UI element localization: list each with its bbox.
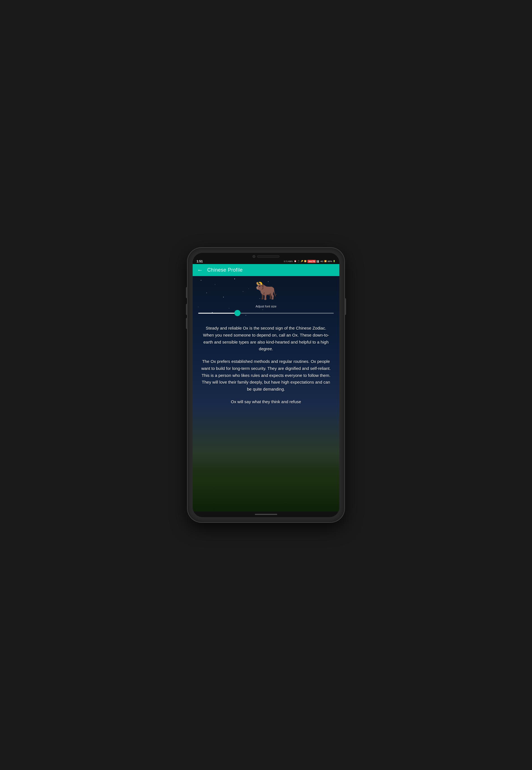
back-button[interactable]: ← (197, 267, 203, 273)
phone-notch (193, 253, 339, 259)
animal-section: 🐂 (193, 276, 339, 302)
home-bar (193, 512, 339, 517)
speaker-notch (257, 255, 279, 258)
paragraph-3: Ox will say what they think and refuse (200, 398, 332, 405)
font-size-slider[interactable] (198, 313, 334, 314)
paragraph-1: Steady and reliable Ox is the second sig… (200, 325, 332, 353)
home-indicator (255, 514, 277, 515)
signal-4g: 4G (320, 260, 323, 263)
status-time: 1:51 (197, 260, 203, 263)
paragraph-2: The Ox prefers established methods and r… (200, 358, 332, 393)
content-area: 🐂 Adjust font size Steady and reliable O… (193, 276, 339, 512)
alarm-icon: ⏰ (294, 260, 297, 262)
phone-icon: 📱 (297, 260, 300, 262)
zodiac-animal-emoji: 🐂 (255, 282, 277, 300)
app-bar: ← Chinese Profile (193, 264, 339, 276)
battery-icon: 🔋 (333, 260, 335, 262)
phone-screen: 1:51 0.71 KB/S ⏰ 📱 🔑 📶 VoLTE ▌▌ 4G 📶 89%… (193, 253, 339, 517)
key-icon: 🔑 (301, 260, 303, 262)
font-size-slider-container (198, 310, 334, 316)
wifi-icon: 📶 (304, 260, 307, 262)
network-speed: 0.71 KB/S (284, 260, 293, 262)
font-size-label: Adjust font size (256, 305, 277, 308)
scroll-content[interactable]: 🐂 Adjust font size Steady and reliable O… (193, 276, 339, 512)
status-icons: 0.71 KB/S ⏰ 📱 🔑 📶 VoLTE ▌▌ 4G 📶 89% 🔋 (284, 260, 335, 263)
signal-bars: 📶 (324, 260, 327, 262)
app-title: Chinese Profile (207, 267, 243, 273)
volte-badge: VoLTE (307, 260, 316, 263)
status-bar: 1:51 0.71 KB/S ⏰ 📱 🔑 📶 VoLTE ▌▌ 4G 📶 89%… (193, 259, 339, 264)
text-section: Steady and reliable Ox is the second sig… (193, 320, 339, 418)
phone-device: 1:51 0.71 KB/S ⏰ 📱 🔑 📶 VoLTE ▌▌ 4G 📶 89%… (188, 248, 344, 522)
camera-notch (253, 255, 255, 258)
battery-level: 89% (328, 260, 332, 263)
signal-icon: ▌▌ (317, 260, 319, 262)
font-size-section: Adjust font size (193, 302, 339, 320)
